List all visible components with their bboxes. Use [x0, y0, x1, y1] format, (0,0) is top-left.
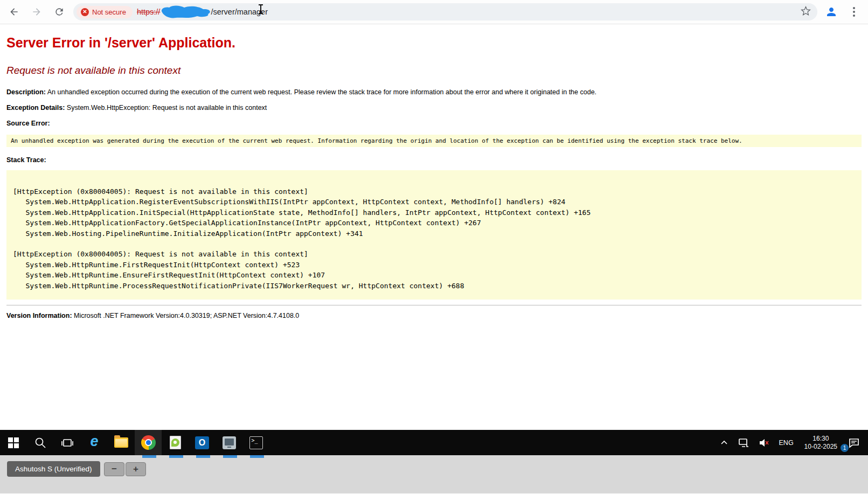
- zoom-out-button[interactable]: −: [104, 462, 124, 476]
- source-error-box: An unhandled exception was generated dur…: [6, 135, 862, 147]
- tray-overflow-button[interactable]: [716, 430, 732, 455]
- address-bar[interactable]: ✕ Not secure https:// /server/manager: [73, 3, 817, 20]
- system-tray: ENG 16:30 10-02-2025 1: [716, 430, 868, 455]
- tray-volume-button[interactable]: [755, 430, 773, 455]
- task-view-button[interactable]: [54, 430, 81, 455]
- task-view-icon: [61, 436, 74, 449]
- taskbar-item-remote-app[interactable]: [216, 430, 242, 455]
- chevron-up-icon: [720, 439, 728, 447]
- divider: [6, 305, 862, 305]
- taskbar-spacer: [269, 430, 716, 455]
- network-display-icon: [738, 438, 749, 448]
- error-subtitle: Request is not available in this context: [6, 65, 862, 76]
- action-center-button[interactable]: 1: [844, 430, 864, 455]
- start-button[interactable]: [0, 430, 27, 455]
- back-button[interactable]: [5, 3, 23, 20]
- description-text: An unhandled exception occurred during t…: [46, 88, 596, 96]
- zoom-in-button[interactable]: +: [126, 462, 146, 476]
- forward-arrow-icon: [31, 6, 42, 17]
- not-secure-icon: ✕: [81, 8, 89, 16]
- tray-language[interactable]: ENG: [775, 430, 797, 455]
- windows-logo-icon: [8, 437, 19, 448]
- source-error-paragraph: Source Error:: [6, 120, 862, 127]
- stack-trace-text: [HttpException (0x80004005): Request is …: [13, 186, 855, 291]
- profile-button[interactable]: [823, 3, 840, 20]
- reload-icon: [54, 6, 65, 17]
- avatar-icon: [825, 5, 838, 18]
- taskbar-search-button[interactable]: [27, 430, 54, 455]
- reload-button[interactable]: [51, 3, 68, 20]
- url-scheme: https://: [137, 8, 161, 16]
- taskbar-item-chrome[interactable]: [135, 430, 162, 455]
- source-error-label: Source Error:: [6, 120, 50, 127]
- error-page: Server Error in '/server' Application. R…: [0, 24, 868, 430]
- browser-menu-button[interactable]: [845, 3, 863, 20]
- notification-badge: 1: [841, 444, 849, 452]
- back-arrow-icon: [9, 6, 19, 17]
- star-icon: [801, 6, 811, 16]
- chrome-icon: [141, 435, 156, 450]
- search-icon: [34, 436, 47, 449]
- action-center-icon: [848, 437, 860, 448]
- stack-trace-paragraph: Stack Trace:: [6, 156, 862, 164]
- version-label: Version Information:: [6, 312, 72, 319]
- outlook-icon: O: [195, 436, 209, 449]
- bookmark-star-button[interactable]: [801, 6, 811, 18]
- taskbar-item-file-explorer[interactable]: [108, 430, 135, 455]
- tray-time: 16:30: [813, 435, 829, 443]
- stack-trace-box: [HttpException (0x80004005): Request is …: [6, 170, 862, 300]
- not-secure-badge[interactable]: ✕ Not secure: [77, 6, 133, 18]
- tray-network-button[interactable]: [734, 430, 753, 455]
- tray-date: 10-02-2025: [804, 443, 837, 451]
- taskbar: e O >_ E: [0, 430, 868, 455]
- redaction-scribble-icon: [159, 5, 213, 20]
- command-prompt-icon: >_: [249, 436, 263, 449]
- exception-label: Exception Details:: [6, 104, 65, 112]
- file-explorer-icon: [114, 437, 128, 448]
- exception-text: System.Web.HttpException: Request is not…: [65, 104, 267, 112]
- screen: ✕ Not secure https:// /server/manager: [0, 0, 868, 494]
- description-paragraph: Description: An unhandled exception occu…: [6, 88, 862, 96]
- remote-app-icon: [223, 436, 236, 449]
- session-user-tag: Ashutosh S (Unverified): [7, 461, 100, 477]
- description-label: Description:: [6, 88, 46, 96]
- zoom-controls: − +: [104, 462, 146, 476]
- taskbar-item-internet-explorer[interactable]: e: [81, 430, 108, 455]
- forward-button[interactable]: [28, 3, 45, 20]
- volume-muted-icon: [759, 438, 769, 448]
- stack-trace-label: Stack Trace:: [6, 156, 46, 164]
- browser-toolbar: ✕ Not secure https:// /server/manager: [0, 0, 868, 24]
- exception-paragraph: Exception Details: System.Web.HttpExcept…: [6, 104, 862, 112]
- editor-app-icon: [170, 436, 181, 449]
- url-text: https:// /server/manager: [137, 4, 268, 20]
- taskbar-item-outlook[interactable]: O: [189, 430, 216, 455]
- active-app-indicator: [169, 455, 183, 458]
- active-app-indicator: [223, 455, 237, 458]
- internet-explorer-icon: e: [90, 434, 98, 449]
- active-app-indicator: [196, 455, 210, 458]
- active-app-indicator: [250, 455, 264, 458]
- version-text: Microsoft .NET Framework Version:4.0.303…: [72, 312, 300, 319]
- tray-clock[interactable]: 16:30 10-02-2025: [800, 435, 842, 451]
- taskbar-item-command-prompt[interactable]: >_: [242, 430, 269, 455]
- active-app-indicator: [142, 455, 156, 458]
- kebab-menu-icon: [853, 7, 855, 9]
- text-cursor: [258, 4, 263, 14]
- remote-session-bar: Ashutosh S (Unverified) − +: [0, 455, 868, 493]
- version-paragraph: Version Information: Microsoft .NET Fram…: [6, 312, 862, 319]
- not-secure-label: Not secure: [92, 8, 126, 16]
- taskbar-item-editor-app[interactable]: [162, 430, 189, 455]
- page-title: Server Error in '/server' Application.: [6, 35, 862, 51]
